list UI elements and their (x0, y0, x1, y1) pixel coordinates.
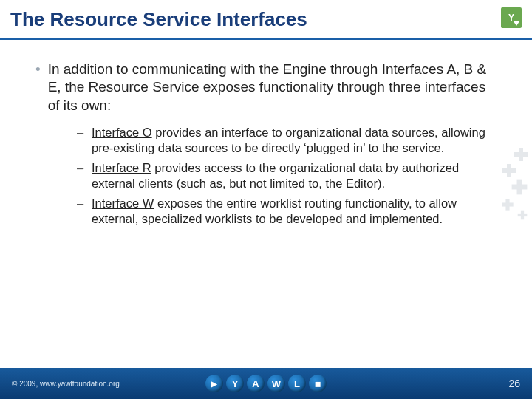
list-item: – Interface W exposes the entire worklis… (77, 196, 497, 227)
logo-letter: L (288, 375, 306, 392)
stop-icon: ◼ (309, 375, 327, 392)
dash-icon: – (77, 196, 86, 227)
yawl-logo: ▶ Y A W L ◼ (205, 375, 327, 392)
interface-name: Interface O (92, 126, 152, 139)
plus-icon (514, 148, 528, 161)
bullet-dot-icon: • (35, 61, 41, 115)
dash-icon: – (77, 125, 86, 156)
interface-list: – Interface O provides an interface to o… (77, 125, 497, 228)
logo-letter: W (267, 375, 285, 392)
corner-logo: Y (501, 7, 522, 28)
decorative-plus-cluster (499, 148, 532, 229)
slide-title: The Resource Service Interfaces (10, 8, 307, 31)
list-item: – Interface O provides an interface to o… (77, 125, 497, 156)
dash-icon: – (77, 160, 86, 191)
plus-icon (502, 164, 516, 177)
item-text: Interface O provides an interface to org… (92, 125, 497, 156)
logo-letter: Y (226, 375, 244, 392)
footer-bar: © 2009, www.yawlfoundation.org ▶ Y A W L… (0, 368, 532, 399)
slide-body: • In addition to communicating with the … (0, 40, 532, 228)
title-bar: The Resource Service Interfaces Y (0, 0, 532, 40)
item-text: Interface W exposes the entire worklist … (92, 196, 497, 227)
list-item: – Interface R provides access to the org… (77, 160, 497, 191)
interface-name: Interface W (92, 197, 154, 210)
plus-icon (502, 199, 513, 210)
item-text: Interface R provides access to the organ… (92, 160, 497, 191)
play-icon: ▶ (205, 375, 223, 392)
intro-text: In addition to communicating with the En… (48, 61, 497, 115)
plus-icon (518, 211, 528, 220)
interface-name: Interface R (92, 161, 151, 174)
intro-bullet: • In addition to communicating with the … (35, 61, 497, 115)
logo-letter: A (247, 375, 265, 392)
plus-icon (512, 180, 528, 195)
page-number: 26 (508, 378, 520, 389)
dropdown-triangle-icon (514, 21, 519, 26)
